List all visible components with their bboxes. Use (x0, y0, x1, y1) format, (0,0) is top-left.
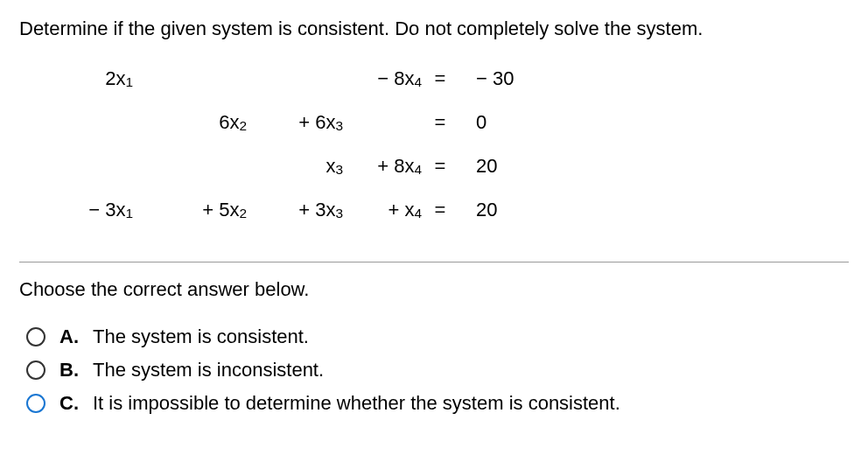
eq4-term1: − 3x1 (63, 199, 133, 221)
equation-system: 2x1 − 8x4 = − 30 6x2 + 6x3 = 0 x3 + 8x4 … (63, 67, 849, 242)
eq3-equals: = (422, 155, 458, 178)
choice-c[interactable]: C. It is impossible to determine whether… (26, 392, 849, 415)
choice-b[interactable]: B. The system is inconsistent. (26, 359, 849, 382)
choice-a[interactable]: A. The system is consistent. (26, 326, 849, 348)
eq1-equals: = (422, 67, 458, 90)
equation-row-4: − 3x1 + 5x2 + 3x3 + x4 = 20 (63, 199, 849, 242)
choice-text: The system is consistent. (93, 326, 309, 348)
eq1-term1: 2x1 (63, 67, 133, 90)
eq3-rhs: 20 (458, 155, 537, 178)
choice-letter: B. (60, 359, 84, 382)
eq4-term4: + x4 (343, 199, 422, 221)
choice-text: The system is inconsistent. (93, 359, 324, 382)
choice-list: A. The system is consistent. B. The syst… (26, 326, 849, 415)
choice-letter: C. (60, 392, 84, 415)
choice-text: It is impossible to determine whether th… (93, 392, 620, 415)
eq1-term4: − 8x4 (343, 67, 422, 90)
radio-icon (26, 327, 46, 346)
eq2-term2: 6x2 (133, 111, 247, 134)
question-text: Determine if the given system is consist… (19, 16, 849, 43)
eq2-term3: + 6x3 (247, 111, 343, 134)
eq4-term2: + 5x2 (133, 199, 247, 221)
eq3-term3: x3 (247, 155, 343, 178)
eq1-rhs: − 30 (458, 67, 537, 90)
eq4-term3: + 3x3 (247, 199, 343, 221)
prompt-text: Choose the correct answer below. (19, 278, 849, 301)
divider (19, 262, 849, 262)
choice-letter: A. (60, 326, 84, 348)
equation-row-1: 2x1 − 8x4 = − 30 (63, 67, 849, 111)
equation-row-3: x3 + 8x4 = 20 (63, 155, 849, 199)
eq2-rhs: 0 (458, 111, 537, 134)
eq4-equals: = (422, 199, 458, 221)
eq2-equals: = (422, 111, 458, 134)
radio-icon (26, 360, 46, 380)
radio-icon (26, 394, 46, 413)
eq3-term4: + 8x4 (343, 155, 422, 178)
eq4-rhs: 20 (458, 199, 537, 221)
equation-row-2: 6x2 + 6x3 = 0 (63, 111, 849, 155)
